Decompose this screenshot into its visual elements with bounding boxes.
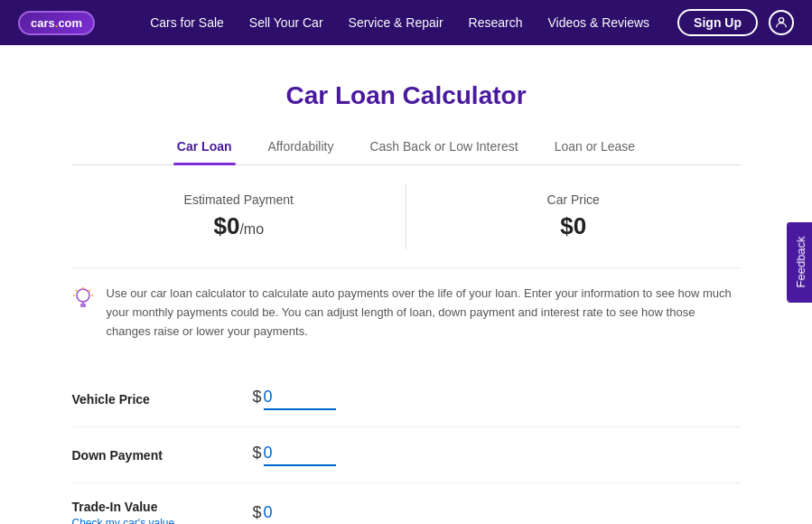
trade-in-row: Trade-In Value Check my car's value $ — [72, 483, 741, 524]
svg-point-1 — [77, 289, 89, 302]
tab-cash-back[interactable]: Cash Back or Low Interest — [366, 132, 521, 164]
info-section: Use our car loan calculator to calculate… — [72, 267, 741, 362]
vehicle-price-row: Vehicle Price $ — [72, 371, 741, 427]
nav-links: Cars for Sale Sell Your Car Service & Re… — [122, 15, 677, 30]
nav-research[interactable]: Research — [469, 15, 523, 30]
check-car-value-link[interactable]: Check my car's value — [72, 517, 235, 524]
info-text: Use our car loan calculator to calculate… — [107, 285, 741, 341]
vehicle-price-input-group: $ — [253, 388, 336, 410]
car-price-value: $0 — [443, 212, 705, 240]
nav-service-repair[interactable]: Service & Repair — [349, 15, 443, 30]
estimated-payment-value: $0/mo — [108, 212, 370, 240]
estimated-payment-box: Estimated Payment $0/mo — [72, 183, 407, 249]
payment-summary: Estimated Payment $0/mo Car Price $0 — [72, 165, 741, 267]
feedback-tab[interactable]: Feedback — [787, 221, 812, 302]
trade-in-label: Trade-In Value Check my car's value — [72, 500, 235, 524]
vehicle-price-label: Vehicle Price — [72, 392, 235, 407]
nav-sell-your-car[interactable]: Sell Your Car — [249, 15, 323, 30]
car-price-label: Car Price — [443, 192, 705, 207]
down-payment-dollar-sign: $ — [253, 444, 262, 466]
down-payment-label: Down Payment — [72, 448, 235, 463]
navigation: cars.com Cars for Sale Sell Your Car Ser… — [0, 0, 812, 45]
trade-in-input-group: $ — [253, 503, 336, 524]
estimated-payment-label: Estimated Payment — [108, 192, 370, 207]
logo-text: cars.com — [31, 16, 82, 30]
vehicle-price-input[interactable] — [264, 388, 336, 410]
nav-right: Sign Up — [677, 9, 794, 36]
down-payment-input-group: $ — [253, 444, 336, 466]
vehicle-price-dollar-sign: $ — [253, 388, 262, 410]
main-content: Car Loan Calculator Car Loan Affordabili… — [54, 45, 759, 524]
tabs: Car Loan Affordability Cash Back or Low … — [72, 132, 741, 165]
tab-car-loan[interactable]: Car Loan — [173, 132, 236, 164]
form-section: Vehicle Price $ Down Payment $ Trade-In … — [72, 362, 741, 524]
tab-affordability[interactable]: Affordability — [265, 132, 338, 164]
car-price-box: Car Price $0 — [406, 183, 741, 249]
tab-loan-or-lease[interactable]: Loan or Lease — [551, 132, 639, 164]
down-payment-input[interactable] — [264, 444, 336, 466]
nav-cars-for-sale[interactable]: Cars for Sale — [150, 15, 224, 30]
user-icon[interactable] — [769, 10, 794, 35]
page-title: Car Loan Calculator — [72, 81, 741, 110]
svg-line-6 — [76, 290, 77, 291]
svg-point-0 — [779, 18, 783, 23]
bulb-icon — [72, 286, 94, 317]
per-mo: /mo — [239, 221, 264, 237]
nav-videos-reviews[interactable]: Videos & Reviews — [548, 15, 650, 30]
trade-in-dollar-sign: $ — [253, 503, 262, 524]
logo[interactable]: cars.com — [18, 11, 95, 35]
down-payment-row: Down Payment $ — [72, 427, 741, 483]
svg-line-7 — [89, 290, 89, 291]
trade-in-input[interactable] — [264, 503, 336, 524]
sign-up-button[interactable]: Sign Up — [677, 9, 758, 36]
